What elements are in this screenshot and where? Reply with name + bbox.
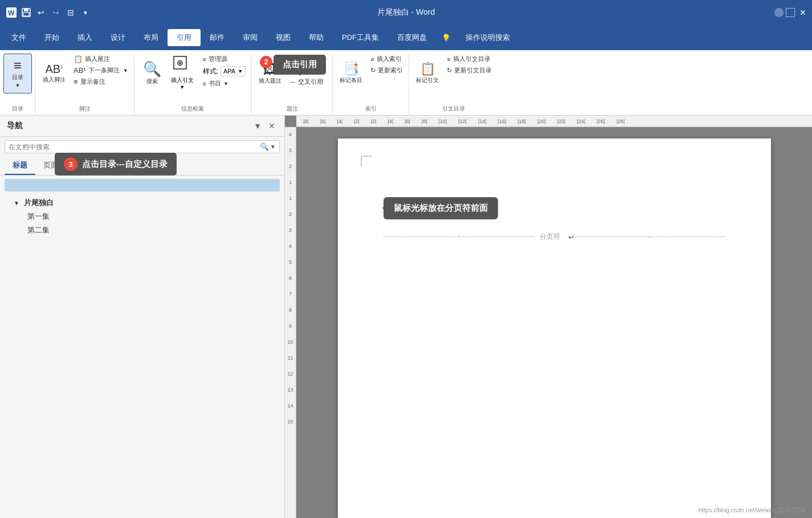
nav-search-container: 🔍 ▼ [5, 140, 280, 153]
vertical-ruler: 4 3 2 1 1 2 3 4 5 6 7 8 9 10 11 12 13 14… [285, 127, 296, 518]
next-footnote-icon: AB¹ [74, 66, 86, 75]
step-3-callout: 3 点击目录---自定义目录 [55, 153, 177, 176]
menu-bar: 文件 开始 插入 设计 布局 引用 邮件 审阅 视图 帮助 PDF工具集 百度网… [0, 25, 812, 50]
nav-close-btn[interactable]: ✕ [266, 120, 278, 132]
manage-sources-btn[interactable]: ≡ 管理源 [201, 54, 248, 64]
update-index-icon: ↻ [370, 67, 376, 74]
ribbon-group-toc: ≡ 目录 ▼ 目录 [0, 52, 36, 115]
menu-baiduweb[interactable]: 百度网盘 [388, 29, 436, 46]
insert-index-icon: ≡ [370, 56, 374, 63]
page-break-label: 分页符 [534, 232, 566, 242]
nav-search-icon[interactable]: 🔍 [260, 142, 269, 151]
toc-label: 目录 [12, 74, 23, 81]
update-authorities-btn[interactable]: ↻ 更新引文目录 [444, 65, 494, 76]
window-controls: ✕ [774, 8, 806, 17]
search-icon: 🔍 [143, 62, 161, 76]
nav-tab-headings[interactable]: 标题 [5, 157, 35, 175]
ribbon: 2 点击引用 3 点击目录---自定义目录 ≡ 目录 ▼ 目录 AB1 插入脚注 [0, 50, 812, 116]
tree-collapse-icon: ▼ [14, 200, 19, 206]
insert-citation-icon: ⊕ [173, 56, 191, 74]
save-icon[interactable] [21, 7, 32, 18]
nav-tree-ch2[interactable]: 第二集 [9, 223, 275, 237]
svg-rect-3 [24, 9, 28, 11]
menu-file[interactable]: 文件 [2, 29, 35, 46]
page-break-dots-left [459, 236, 534, 237]
nav-dropdown-btn[interactable]: ▼ [251, 120, 264, 132]
show-notes-icon: ≡ [74, 78, 78, 86]
style-dropdown[interactable]: APA ▼ [221, 66, 246, 76]
menu-layout[interactable]: 布局 [134, 29, 168, 46]
bibliography-arrow: ▼ [223, 81, 228, 87]
dropdown-arrow: ▼ [123, 68, 128, 74]
maximize-btn[interactable] [786, 8, 795, 17]
ribbon-group-authorities: 📋 标记引文 ≡ 插入引文目录 ↻ 更新引文目录 引文目录 [409, 52, 497, 115]
step-2-callout: 点击引用 [274, 55, 326, 75]
minimize-btn[interactable] [774, 8, 784, 17]
menu-home[interactable]: 开始 [35, 29, 68, 46]
show-notes-btn[interactable]: ≡ 显示备注 [71, 76, 130, 87]
nav-tree-content: ▼ 片尾独白 第一集 第二集 [0, 176, 284, 243]
menu-mailings[interactable]: 邮件 [201, 29, 234, 46]
menu-help[interactable]: 帮助 [300, 29, 333, 46]
insert-citation-btn[interactable]: ⊕ 插入引文 ▼ [169, 54, 196, 92]
menu-references[interactable]: 引用 [168, 29, 201, 46]
footnotes-group-label: 脚注 [39, 104, 130, 114]
svg-rect-4 [23, 13, 29, 16]
document-page-container: 1 鼠标光标放在分页符前面 分页符 ↵ https://blog.cs [296, 127, 812, 518]
nav-search-input[interactable] [9, 143, 260, 151]
cross-reference-btn[interactable]: ↔ 交叉引用 [287, 76, 329, 87]
redo-icon[interactable]: ↪ [50, 7, 62, 18]
insert-citation-dropdown: ▼ [179, 84, 185, 90]
insert-auth-icon: ≡ [447, 56, 450, 63]
toc-button[interactable]: ≡ 目录 ▼ [3, 54, 32, 93]
next-footnote-btn[interactable]: AB¹ 下一条脚注 ▼ [71, 65, 130, 76]
insert-footnote-icon: 📋 [74, 55, 83, 63]
title-bar-left-icons: W ↩ ↪ ⊟ ▼ [6, 7, 91, 18]
menu-pdftoolkit[interactable]: PDF工具集 [333, 29, 388, 46]
nav-header: 导航 ▼ ✕ [0, 116, 284, 137]
main-layout: 导航 ▼ ✕ 🔍 ▼ 标题 页面 结果 ▼ 片尾独白 [0, 116, 812, 518]
page-corner-mark [361, 156, 372, 167]
close-btn[interactable]: ✕ [799, 8, 806, 17]
mark-entry-btn[interactable]: 📑 标记条目 [336, 54, 366, 93]
update-index-btn[interactable]: ↻ 更新索引 [368, 65, 405, 76]
insert-index-btn[interactable]: ≡ 插入索引 [368, 54, 405, 64]
style-dropdown-arrow: ▼ [238, 68, 243, 74]
menu-insert[interactable]: 插入 [68, 29, 101, 46]
page-break-enter-icon: ↵ [568, 233, 575, 242]
insert-endnote-icon: AB1 [45, 63, 63, 75]
insert-endnote-btn[interactable]: AB1 插入脚注 [39, 54, 69, 93]
menu-design[interactable]: 设计 [101, 29, 134, 46]
authorities-group-label: 引文目录 [413, 104, 494, 114]
dropdown-icon[interactable]: ▼ [80, 7, 91, 18]
ribbon-group-footnotes: AB1 插入脚注 📋 插入尾注 AB¹ 下一条脚注 ▼ ≡ 显示 [36, 52, 134, 115]
menu-view[interactable]: 视图 [267, 29, 300, 46]
toc-icon: ≡ [14, 59, 22, 72]
search-btn[interactable]: 🔍 搜索 [138, 54, 166, 93]
watermark-url: https://blog.csdn.net/weixin_31927218 [699, 507, 805, 513]
nav-tree-root[interactable]: ▼ 片尾独白 [9, 196, 275, 210]
menu-lightbulb[interactable]: 💡 [436, 30, 456, 46]
bibliography-btn[interactable]: ≡ 书目 ▼ [201, 78, 248, 89]
word-logo-icon[interactable]: W [6, 7, 17, 18]
nav-tree-ch1[interactable]: 第一集 [9, 210, 275, 223]
toc-dropdown-icon: ▼ [15, 83, 21, 88]
horizontal-ruler: |8| |6| |4| |2| |2| |4| |6| |8| |10| |12… [296, 116, 812, 127]
ribbon-group-citations: 🔍 搜索 ⊕ 插入引文 ▼ ≡ 管理源 样式: APA [134, 52, 252, 115]
menu-review[interactable]: 审阅 [234, 29, 267, 46]
nav-search-dropdown[interactable]: ▼ [270, 144, 276, 150]
bibliography-icon: ≡ [203, 80, 206, 87]
menu-operation-help[interactable]: 操作说明搜索 [456, 29, 519, 46]
toc-group-label: 目录 [3, 104, 32, 114]
undo-icon[interactable]: ↩ [35, 7, 47, 18]
ribbon-group-index: 📑 标记条目 ≡ 插入索引 ↻ 更新索引 索引 [333, 52, 409, 115]
insert-citation-label: 插入引文 [171, 76, 194, 84]
insert-footnote-btn[interactable]: 📋 插入尾注 [71, 54, 130, 64]
mark-citation-btn[interactable]: 📋 标记引文 [413, 54, 442, 93]
insert-authorities-btn[interactable]: ≡ 插入引文目录 [444, 54, 494, 64]
mark-citation-icon: 📋 [420, 63, 435, 75]
customize-icon[interactable]: ⊟ [65, 7, 76, 18]
title-text: 片尾独白 - Word [377, 7, 435, 18]
page-break-line: 分页符 ↵ [383, 232, 725, 242]
manage-sources-icon: ≡ [203, 56, 206, 63]
